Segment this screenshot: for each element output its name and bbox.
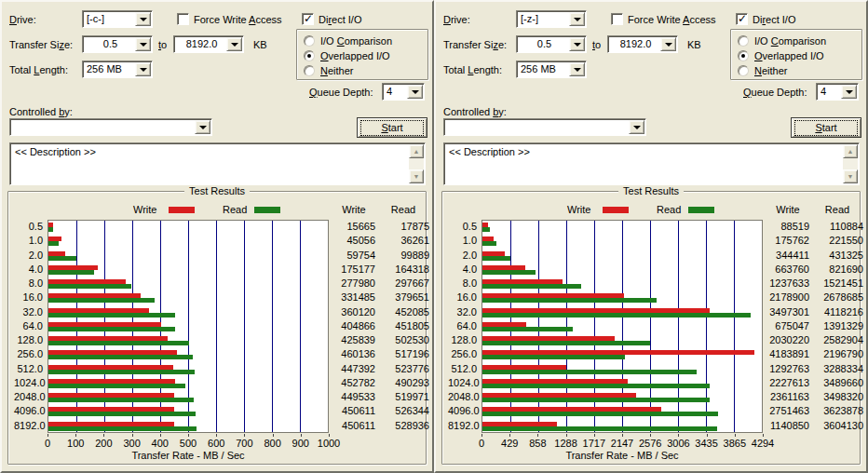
read-value: 110884	[811, 220, 863, 234]
read-value: 452085	[377, 305, 429, 319]
queue-depth-label: Queue Depth:	[309, 87, 373, 99]
read-value: 3498320	[811, 390, 863, 404]
neither-radio[interactable]	[738, 65, 749, 76]
tick-label: 400	[152, 438, 169, 449]
row-label: 128.0	[448, 333, 480, 347]
legend-read-label: Read	[657, 204, 681, 215]
read-bar	[48, 370, 195, 374]
chevron-down-icon[interactable]	[135, 12, 151, 26]
start-button[interactable]: Start	[791, 117, 861, 138]
chart-row	[48, 391, 328, 405]
chart-row	[482, 221, 762, 235]
read-value: 517196	[377, 347, 429, 361]
queue-depth-select[interactable]: 4	[816, 83, 859, 101]
tick-label: 2576	[639, 438, 661, 449]
chevron-down-icon[interactable]	[629, 120, 644, 134]
read-value: 502530	[377, 333, 429, 347]
description-box[interactable]: << Description >> ▲ ▼	[9, 142, 426, 185]
tick-mark	[132, 434, 133, 437]
transfer-to-select[interactable]: 8192.0	[607, 35, 678, 53]
chart-row	[482, 334, 762, 348]
row-label: 8.0	[14, 277, 46, 291]
queue-depth-select[interactable]: 4	[382, 83, 425, 101]
drive-select[interactable]: [-z-]	[516, 10, 587, 28]
io-comparison-radio[interactable]	[738, 35, 749, 47]
chevron-down-icon[interactable]	[841, 85, 857, 99]
write-swatch-icon	[603, 207, 629, 213]
scroll-down-icon[interactable]: ▼	[843, 169, 858, 183]
description-scrollbar[interactable]: ▲ ▼	[843, 144, 858, 183]
transfer-from-select[interactable]: 0.5	[82, 35, 153, 53]
row-label: 2048.0	[14, 390, 46, 404]
row-label: 64.0	[448, 319, 480, 333]
overlapped-io-label: Overlapped I/O	[320, 50, 390, 62]
write-value: 175177	[332, 263, 375, 277]
total-length-select[interactable]: 256 MB	[516, 61, 587, 78]
write-value: 59754	[332, 249, 375, 263]
force-write-access-checkbox[interactable]	[177, 13, 189, 25]
read-value: 99889	[377, 249, 429, 263]
row-label: 4.0	[14, 263, 46, 277]
scroll-up-icon[interactable]: ▲	[843, 144, 858, 158]
force-write-access-checkbox[interactable]	[611, 13, 623, 25]
chevron-down-icon[interactable]	[407, 85, 423, 99]
row-label: 512.0	[14, 362, 46, 376]
controlled-by-select[interactable]	[443, 118, 646, 136]
read-value: 528936	[377, 419, 429, 433]
overlapped-io-radio[interactable]	[738, 50, 749, 61]
write-value: 2178900	[766, 291, 809, 304]
x-axis: 042985812881717214725763006343538654294 …	[448, 436, 856, 461]
transfer-to-value: 8192.0	[612, 38, 659, 50]
controlled-by-label: Controlled by:	[443, 106, 507, 118]
transfer-to-select[interactable]: 8192.0	[173, 35, 244, 53]
chart-row	[48, 420, 328, 433]
write-value: 88519	[766, 220, 809, 234]
tick-label: 100	[67, 438, 84, 449]
write-value: 2030220	[766, 333, 809, 347]
chevron-down-icon[interactable]	[569, 37, 585, 51]
write-value: 277980	[332, 277, 375, 291]
read-value: 297667	[377, 277, 429, 291]
test-results-group: Test Results Write Read Write Read 0.51.…	[7, 191, 427, 465]
tick-mark	[537, 434, 538, 437]
tick-label: 500	[180, 438, 197, 449]
description-box[interactable]: << Description >> ▲ ▼	[443, 142, 860, 185]
total-length-select[interactable]: 256 MB	[82, 61, 153, 78]
read-value: 2678685	[811, 291, 863, 304]
write-column-header: Write	[332, 204, 375, 215]
io-comparison-radio[interactable]	[304, 35, 315, 47]
total-length-value: 256 MB	[87, 63, 134, 75]
description-scrollbar[interactable]: ▲ ▼	[409, 144, 424, 183]
write-swatch-icon	[169, 207, 195, 213]
direct-io-checkbox[interactable]	[736, 13, 748, 25]
write-value: 452782	[332, 376, 375, 390]
chevron-down-icon[interactable]	[226, 37, 242, 51]
read-bar	[48, 327, 175, 331]
chevron-down-icon[interactable]	[569, 62, 585, 76]
controlled-by-select[interactable]	[9, 118, 212, 136]
tick-mark	[273, 434, 274, 437]
tick-mark	[244, 434, 245, 437]
chevron-down-icon[interactable]	[569, 12, 585, 26]
neither-radio[interactable]	[304, 65, 315, 76]
write-value: 15665	[332, 220, 375, 234]
read-bar	[482, 241, 496, 246]
overlapped-io-radio[interactable]	[304, 50, 315, 61]
tick-mark	[75, 434, 76, 437]
tick-label: 3865	[724, 438, 746, 449]
scroll-up-icon[interactable]: ▲	[409, 144, 424, 158]
drive-select[interactable]: [-c-]	[82, 10, 153, 28]
direct-io-checkbox[interactable]	[302, 13, 314, 25]
queue-depth-label: Queue Depth:	[743, 87, 807, 99]
chevron-down-icon[interactable]	[195, 120, 210, 134]
test-results-title: Test Results	[618, 185, 684, 196]
transfer-from-select[interactable]: 0.5	[516, 35, 587, 53]
row-label: 8192.0	[448, 419, 480, 433]
benchmark-window: Drive: [-c-] Force Write Access Direct I…	[0, 0, 434, 473]
chevron-down-icon[interactable]	[135, 37, 151, 51]
start-button[interactable]: Start	[357, 117, 427, 138]
chevron-down-icon[interactable]	[135, 62, 151, 76]
scroll-down-icon[interactable]: ▼	[409, 169, 424, 183]
chevron-down-icon[interactable]	[660, 37, 676, 51]
read-value: 519971	[377, 390, 429, 404]
